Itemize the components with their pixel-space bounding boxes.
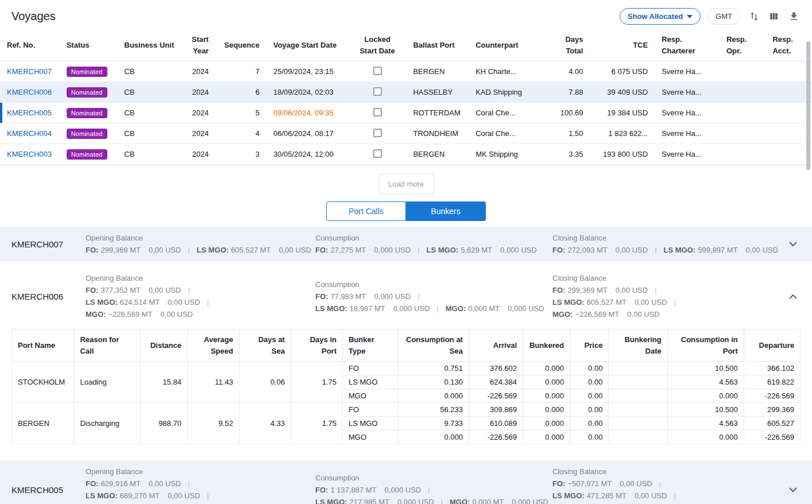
vertical-scrollbar[interactable] (806, 41, 810, 170)
fuel-qty: 299,369 MT (100, 246, 140, 254)
closing-balance-col: Closing Balance FO:299,369 MT0,00 USD LS… (552, 274, 782, 319)
voyage-ref-link[interactable]: KMERCH005 (7, 108, 52, 117)
tab-bunkers[interactable]: Bunkers (406, 201, 486, 221)
status-cell: Nominated (60, 61, 118, 82)
download-icon[interactable] (787, 10, 801, 23)
balance-item: LS MGO:217,985 MT0,000 USD (315, 498, 450, 504)
days-total-cell: 100.69 (553, 103, 590, 123)
price-cell: 0.00 (570, 375, 609, 389)
ref-cell: KMERCH004 (0, 123, 60, 144)
balance-item: FO:−507,971 MT0,00 USD (552, 479, 668, 488)
voyage-ref-link[interactable]: KMERCH006 (7, 88, 52, 96)
status-cell: Nominated (60, 123, 118, 144)
voyage-row[interactable]: KMERCH003 Nominated CB 2024 3 30/05/2024… (0, 144, 812, 165)
fuel-usd: 0,00 USD (627, 310, 659, 319)
resp-opr-cell (720, 103, 766, 123)
bunkering-date-cell (609, 375, 667, 389)
voyage-row-selected[interactable]: KMERCH005 Nominated CB 2024 5 09/06/2024… (0, 103, 812, 123)
fuel-usd: 0,00 USD (149, 479, 181, 488)
consumption-title: Consumption (315, 234, 552, 242)
bunker-summary-row[interactable]: KMERCH007 Opening Balance FO:299,369 MT0… (0, 227, 812, 261)
voyage-row[interactable]: KMERCH007 Nominated CB 2024 7 25/09/2024… (0, 61, 812, 82)
fuel-usd: 0,00 USD (168, 491, 200, 500)
voyage-row[interactable]: KMERCH006 Nominated CB 2024 6 18/09/2024… (0, 82, 812, 103)
locked-start-checkbox[interactable] (373, 129, 382, 137)
bunkered-cell: 0.000 (523, 417, 570, 431)
start-year-cell: 2024 (184, 61, 215, 82)
chevron-up-icon[interactable] (786, 290, 801, 303)
bunker-type-cell: MGO (342, 431, 398, 444)
fuel-qty: 18,987 MT (350, 304, 385, 313)
col-bunkered: Bunkered (523, 329, 570, 362)
port-table-header-row: Port Name Reason for Call Distance Avera… (12, 329, 801, 362)
locked-start-checkbox[interactable] (373, 149, 382, 158)
voyage-ref-link[interactable]: KMERCH004 (7, 129, 52, 138)
ballast-port-cell: BERGEN (406, 61, 469, 82)
sort-arrows-icon[interactable] (747, 10, 760, 23)
col-bunker-type: Bunker Type (342, 329, 398, 362)
business-unit-cell: CB (117, 82, 184, 103)
toolbar: Show Allocated GMT (620, 8, 801, 25)
departure-cell: -226.569 (744, 431, 800, 444)
price-cell: 0.00 (570, 431, 609, 444)
col-counterpart: Counterpart (469, 29, 553, 61)
start-year-cell: 2024 (184, 144, 215, 165)
col-resp-charterer: Resp. Charterer (655, 29, 720, 61)
col-tce: TCE (590, 29, 655, 61)
fuel-qty: 629,916 MT (100, 479, 140, 488)
fuel-qty: 471,285 MT (587, 491, 627, 500)
average-speed-cell: 9.52 (187, 403, 239, 444)
locked-start-checkbox[interactable] (373, 108, 382, 117)
days-in-port-cell: 1.75 (291, 362, 342, 403)
locked-start-checkbox[interactable] (373, 87, 382, 96)
fuel-usd: 0,00 USD (635, 298, 667, 307)
locked-start-checkbox[interactable] (373, 67, 382, 75)
col-distance: Distance (141, 329, 188, 362)
consumption-at-sea-cell: 9.733 (399, 417, 469, 431)
bunker-section-kmerch006: KMERCH006 Opening Balance FO:377,352 MT0… (0, 267, 812, 455)
tab-port-calls[interactable]: Port Calls (326, 201, 406, 221)
voyage-start-cell: 25/09/2024, 23:15 (266, 61, 349, 82)
timezone-button[interactable]: GMT (707, 8, 740, 25)
port-call-row: BERGEN Discharging 988.70 9.52 4.33 1.75… (12, 403, 801, 417)
chevron-down-icon[interactable] (786, 238, 801, 250)
fuel-qty: 1 137,887 MT (330, 486, 376, 494)
opening-balance-title: Opening Balance (86, 467, 315, 476)
ballast-port-cell: BERGEN (406, 144, 469, 165)
fuel-usd: 0,00 USD (616, 246, 648, 254)
tce-cell: 39 409 USD (590, 82, 655, 103)
bunker-summary-row[interactable]: KMERCH005 Opening Balance FO:629,916 MT0… (0, 460, 812, 504)
voyages-header: Voyages Show Allocated GMT (0, 0, 812, 29)
voyage-ref-link[interactable]: KMERCH003 (7, 150, 52, 158)
resp-acct-cell (765, 123, 812, 144)
voyage-ref-link[interactable]: KMERCH007 (7, 67, 52, 76)
fuel-label: LS MGO: (86, 298, 118, 307)
balance-item: MGO:0,000 MT0,000 USD (450, 498, 548, 504)
voyage-row[interactable]: KMERCH004 Nominated CB 2024 4 06/06/2024… (0, 123, 812, 144)
bunker-summary-row[interactable]: KMERCH006 Opening Balance FO:377,352 MT0… (0, 267, 812, 325)
tce-cell: 19 384 USD (590, 103, 655, 123)
fuel-label: MGO: (450, 498, 470, 504)
columns-icon[interactable] (767, 10, 780, 23)
balance-item: FO:629,916 MT0,00 USD (86, 479, 197, 488)
bunkered-cell: 0.000 (523, 389, 570, 403)
opening-balance-title: Opening Balance (86, 234, 315, 242)
fuel-label: LS MGO: (315, 304, 347, 313)
show-allocated-button[interactable]: Show Allocated (620, 8, 701, 25)
balance-item: LS MGO:599,897 MT0,00 USD (664, 246, 778, 254)
resp-opr-cell (720, 144, 766, 165)
business-unit-cell: CB (117, 144, 184, 165)
load-more-button[interactable]: Load more (378, 174, 434, 194)
balance-item: MGO:−226,569 MT0,00 USD (552, 310, 660, 319)
locked-start-cell (349, 82, 407, 103)
fuel-usd: 0,00 USD (168, 298, 200, 307)
balance-item: LS MGO:18,987 MT0,000 USD (315, 304, 446, 313)
arrival-cell: 376.602 (469, 362, 523, 375)
consumption-in-port-cell: 0.000 (667, 431, 744, 444)
chevron-down-icon[interactable] (786, 484, 801, 496)
consumption-in-port-cell: 0.000 (667, 389, 744, 403)
arrival-cell: -226.569 (469, 431, 523, 444)
port-name-cell: BERGEN (12, 403, 74, 444)
fuel-label: LS MGO: (197, 246, 229, 254)
fuel-label: LS MGO: (86, 491, 118, 500)
